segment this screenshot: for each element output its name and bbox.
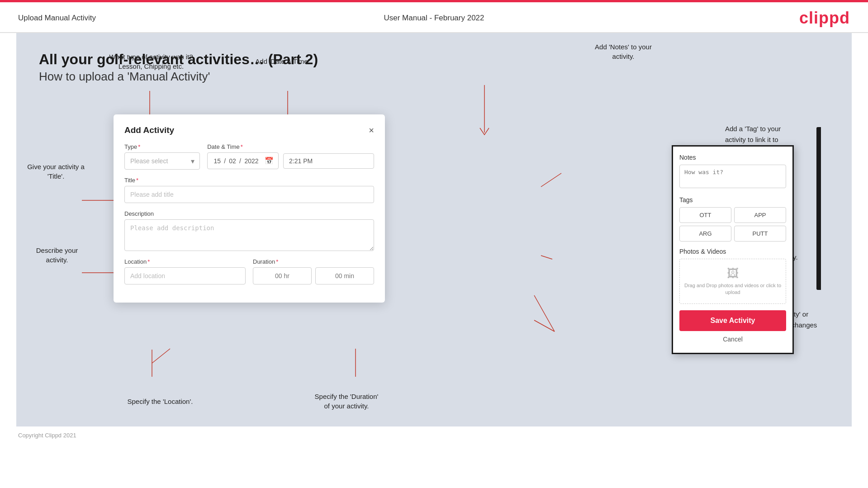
phone-panel: Notes Tags OTT APP ARG PUTT Photos & Vid… <box>672 145 794 354</box>
header-center-label: User Manual - February 2022 <box>384 14 484 23</box>
time-input[interactable] <box>283 153 374 169</box>
form-row-location-duration: Location* Duration* <box>124 258 374 284</box>
type-select[interactable]: Please select <box>124 152 200 170</box>
date-yyyy-input[interactable] <box>243 157 260 165</box>
form-group-location: Location* <box>124 258 246 284</box>
description-textarea[interactable] <box>124 219 374 251</box>
tag-app[interactable]: APP <box>734 207 786 223</box>
duration-wrapper <box>253 267 374 284</box>
phone-side-bar <box>816 127 821 290</box>
dialog-title: Add Activity <box>124 125 174 135</box>
datetime-label: Date & Time* <box>207 143 374 150</box>
photo-upload-text: Drag and Drop photos and videos or click… <box>684 282 781 296</box>
notes-section-label: Notes <box>679 154 786 161</box>
annotation-notes: Add 'Notes' to your activity. <box>569 42 678 61</box>
title-input[interactable] <box>124 186 374 203</box>
description-label: Description <box>124 210 374 217</box>
footer: Copyright Clippd 2021 <box>0 426 868 444</box>
duration-min-input[interactable] <box>315 267 374 284</box>
logo: clippd <box>799 9 850 28</box>
svg-line-11 <box>534 320 555 332</box>
section-subtitle: How to upload a 'Manual Activity' <box>39 70 829 84</box>
annotation-give-title: Give your activity a 'Title'. <box>21 162 91 181</box>
duration-hr-input[interactable] <box>253 267 312 284</box>
copyright-text: Copyright Clippd 2021 <box>18 432 76 439</box>
cancel-link[interactable]: Cancel <box>679 336 786 346</box>
form-group-title: Title* <box>124 177 374 203</box>
location-input[interactable] <box>124 267 246 284</box>
save-activity-button[interactable]: Save Activity <box>679 310 786 331</box>
svg-line-9 <box>541 256 552 259</box>
date-mm-input[interactable] <box>228 157 237 165</box>
tags-grid: OTT APP ARG PUTT <box>679 207 786 242</box>
tags-section-label: Tags <box>679 196 786 204</box>
annotation-location: Specify the 'Location'. <box>115 397 205 406</box>
annotation-duration: Specify the 'Duration' of your activity. <box>288 392 405 411</box>
add-activity-dialog: Add Activity × Type* Please select Date … <box>114 114 385 303</box>
form-group-description: Description <box>124 210 374 251</box>
type-select-wrapper: Please select <box>124 152 200 170</box>
tag-arg[interactable]: ARG <box>679 226 731 242</box>
duration-label: Duration* <box>253 258 374 265</box>
svg-line-8 <box>541 173 561 187</box>
annotation-datetime: Add 'Date & Time'. <box>238 57 328 66</box>
type-label: Type* <box>124 143 200 150</box>
annotation-type: What type of activity was it? Lesson, Ch… <box>101 52 201 71</box>
location-label: Location* <box>124 258 246 265</box>
svg-line-10 <box>534 295 555 332</box>
main-content: All your golf-relevant activities… (Part… <box>16 33 852 426</box>
form-group-duration: Duration* <box>253 258 374 284</box>
tag-ott[interactable]: OTT <box>679 207 731 223</box>
annotation-describe: Describe your activity. <box>21 246 93 265</box>
header-left-label: Upload Manual Activity <box>18 14 96 23</box>
notes-textarea[interactable] <box>679 165 786 188</box>
svg-line-5 <box>152 349 170 363</box>
calendar-icon[interactable]: 📅 <box>265 156 274 165</box>
form-group-datetime: Date & Time* / / 📅 <box>207 143 374 170</box>
photos-section-label: Photos & Videos <box>679 248 786 255</box>
dialog-close-button[interactable]: × <box>369 126 374 135</box>
title-label: Title* <box>124 177 374 184</box>
form-group-type: Type* Please select <box>124 143 200 170</box>
photo-upload-area[interactable]: 🖼 Drag and Drop photos and videos or cli… <box>679 259 786 304</box>
photo-icon: 🖼 <box>684 266 781 280</box>
datetime-wrapper: / / 📅 <box>207 152 374 169</box>
date-dd-input[interactable] <box>212 157 222 165</box>
header: Upload Manual Activity User Manual - Feb… <box>0 2 868 33</box>
dialog-header: Add Activity × <box>124 125 374 135</box>
tag-putt[interactable]: PUTT <box>734 226 786 242</box>
phone-content: Notes Tags OTT APP ARG PUTT Photos & Vid… <box>673 147 792 353</box>
date-group: / / 📅 <box>207 152 279 169</box>
form-row-type-datetime: Type* Please select Date & Time* / <box>124 143 374 170</box>
